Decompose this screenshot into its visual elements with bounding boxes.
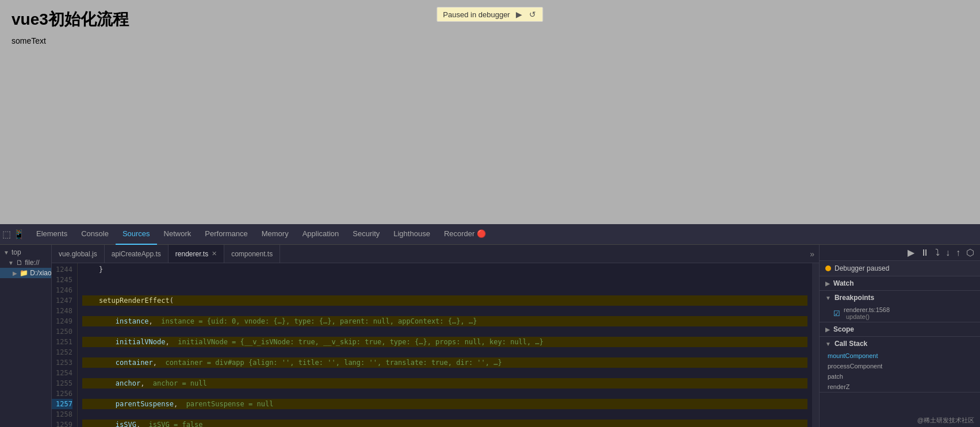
tree-item-dir[interactable]: ▶ 📁 D:/xiaol [0,268,51,278]
breakpoints-header[interactable]: ▼ Breakpoints [820,291,980,305]
tree-arrow: ▼ [3,249,9,256]
call-stack-item-mount[interactable]: mountComponent [820,351,980,361]
tab-elements[interactable]: Elements [29,224,74,245]
status-dot [825,266,831,271]
watch-label: Watch [833,279,854,287]
close-renderer-icon[interactable]: ✕ [212,250,217,257]
scope-section: ▶ Scope [820,322,980,337]
code-scrollbar[interactable] [812,263,819,427]
tree-label: 📁 D:/xiaol [20,269,51,277]
breakpoint-item[interactable]: ☑ renderer.ts:1568update() [820,305,980,322]
breakpoints-section: ▼ Breakpoints ☑ renderer.ts:1568update() [820,291,980,322]
debugger-status-text: Debugger paused [834,264,889,272]
inspect-icon[interactable]: ⬚ [2,229,11,240]
tree-arrow: ▼ [8,260,14,266]
file-tabs-area: vue.global.js apiCreateApp.ts renderer.t… [52,245,819,427]
file-tree-sidebar: ▼ top ▼ 🗋 file:// ▶ 📁 D:/xiaol [0,245,52,427]
call-stack-section: ▼ Call Stack mountComponent processCompo… [820,337,980,393]
call-stack-item-patch[interactable]: patch [820,371,980,382]
device-icon[interactable]: 📱 [13,229,25,240]
right-panel: ▶ ⏸ ⤵ ↓ ↑ ⬡ Debugger paused ▶ Watch [819,245,980,427]
call-stack-item-process[interactable]: processComponent [820,361,980,371]
watermark: @稀土研发技术社区 [917,416,974,425]
devtools-tab-bar: ⬚ 📱 Elements Console Sources Network Per… [0,224,980,245]
watch-section: ▶ Watch [820,276,980,291]
paused-text: Paused in debugger [443,10,510,19]
resume-execution-button[interactable]: ▶ [905,246,917,259]
tab-recorder[interactable]: Recorder 🔴 [437,224,493,245]
call-stack-item-render[interactable]: renderZ [820,382,980,392]
file-tab-component[interactable]: component.ts [224,245,280,263]
devtools: ⬚ 📱 Elements Console Sources Network Per… [0,224,980,427]
tree-label: 🗋 file:// [16,259,40,267]
call-stack-label: Call Stack [834,340,867,348]
file-tabs: vue.global.js apiCreateApp.ts renderer.t… [52,245,819,263]
tree-item-top[interactable]: ▼ top [0,247,51,257]
tab-lighthouse[interactable]: Lighthouse [386,224,437,245]
step-over-button[interactable]: ⤵ [933,247,942,259]
deactivate-breakpoints-button[interactable]: ⬡ [964,246,977,259]
watermark-text: @稀土研发技术社区 [917,417,974,424]
file-tab-vue-global[interactable]: vue.global.js [52,245,105,263]
watch-header[interactable]: ▶ Watch [820,276,980,290]
tree-label: top [12,248,21,256]
resume-button[interactable]: ▶ [515,10,523,19]
tab-console[interactable]: Console [74,224,116,245]
step-button[interactable]: ↺ [528,10,537,19]
call-stack-header[interactable]: ▼ Call Stack [820,337,980,351]
devtools-body: ▼ top ▼ 🗋 file:// ▶ 📁 D:/xiaol vue.globa… [0,245,980,427]
tab-application[interactable]: Application [296,224,346,245]
tab-network[interactable]: Network [157,224,198,245]
breakpoint-check-icon: ☑ [833,309,840,318]
breakpoints-label: Breakpoints [834,294,874,302]
code-editor: 1244 1245 1246 1247 1248 1249 1250 1251 … [52,263,819,427]
file-tab-renderer[interactable]: renderer.ts ✕ [169,245,224,263]
devtools-icons: ⬚ 📱 [2,229,25,240]
breakpoint-location: renderer.ts:1568update() [844,306,890,320]
scope-arrow-icon: ▶ [825,326,830,333]
cs-arrow-icon: ▼ [825,341,831,347]
page-subtitle: someText [12,36,968,45]
overflow-icon[interactable]: » [805,249,819,259]
paused-banner: Paused in debugger ▶ ↺ [437,7,543,22]
tab-security[interactable]: Security [346,224,386,245]
tab-performance[interactable]: Performance [198,224,254,245]
debug-controls: ▶ ⏸ ⤵ ↓ ↑ ⬡ [820,245,980,261]
code-content: } setupRenderEffect( instance, instance … [78,263,812,427]
tree-arrow: ▶ [13,270,17,276]
scope-label: Scope [833,325,854,333]
bp-arrow-icon: ▼ [825,295,831,301]
page-area: vue3初始化流程 someText Paused in debugger ▶ … [0,0,980,224]
debugger-status: Debugger paused [820,261,980,276]
pause-execution-button[interactable]: ⏸ [918,247,932,259]
line-numbers: 1244 1245 1246 1247 1248 1249 1250 1251 … [52,263,78,427]
step-into-button[interactable]: ↓ [943,247,952,259]
watch-arrow-icon: ▶ [825,280,830,287]
file-tab-api-create[interactable]: apiCreateApp.ts [105,245,169,263]
step-out-button[interactable]: ↑ [954,247,963,259]
tab-memory[interactable]: Memory [255,224,296,245]
tree-item-file[interactable]: ▼ 🗋 file:// [0,257,51,268]
scope-header[interactable]: ▶ Scope [820,322,980,336]
tab-sources[interactable]: Sources [116,224,157,245]
